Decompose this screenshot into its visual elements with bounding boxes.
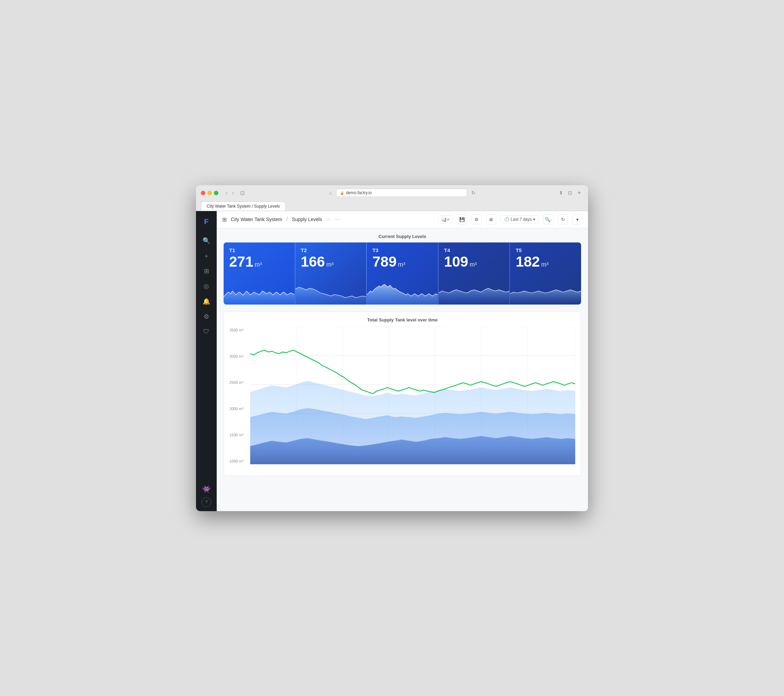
breadcrumb-separator: / [287,216,288,222]
tank-t4-label: T4 [444,247,504,253]
clock-icon: 🕐 [504,217,509,222]
sidebar-item-notifications[interactable]: 🔔 [199,295,213,308]
dashboard-icon: ⊞ [222,216,227,223]
topbar: ⊞ City Water Tank System / Supply Levels… [217,211,588,228]
supply-levels-title: Current Supply Levels [224,234,581,239]
breadcrumb-child: Supply Levels [292,217,322,222]
sidebar-item-dashboard[interactable]: ⊞ [199,264,213,278]
tank-t1-value: 271 [229,255,253,269]
chevron-down-icon: ▾ [533,217,535,222]
tank-t5-value: 182 [516,255,540,269]
breadcrumb-parent: City Water Tank System [231,217,282,222]
add-panel-button[interactable]: 📊+ [438,215,453,224]
sidebar-help[interactable]: ? [201,497,211,507]
y-label-3500: 3500 m³ [229,328,250,332]
main-content: ⊞ City Water Tank System / Supply Levels… [217,211,588,511]
back-button[interactable]: ‹ [224,189,229,196]
tank-t2-value: 166 [301,255,325,269]
sidebar-item-shield[interactable]: 🛡 [199,325,213,339]
tank-t4-chart [438,273,510,304]
view-button[interactable]: 🖥 [486,214,496,225]
tank-t3-value: 789 [372,255,397,269]
tank-t5-unit: m³ [541,261,548,268]
y-label-1000: 1000 m³ [229,459,250,463]
y-label-2000: 2000 m³ [229,406,250,411]
main-chart-title: Total Supply Tank level over time [229,317,575,322]
tank-t2-label: T2 [301,247,361,253]
url-text: demo.factry.io [346,190,372,195]
tank-card-t5[interactable]: T5 182 m³ [510,242,581,304]
more-button[interactable]: ▾ [572,214,583,225]
tank-t1-chart [224,273,295,304]
chart-svg-container [250,327,575,471]
tank-t1-unit: m³ [255,261,262,268]
time-range-label: Last 7 days [511,217,532,222]
tank-t3-label: T3 [372,247,432,253]
zoom-out-button[interactable]: 🔍- [543,214,553,225]
sidebar-toggle-button[interactable]: ⊡ [238,189,247,197]
add-panel-icon: 📊+ [441,217,450,222]
dashboard: Current Supply Levels T1 271 m³ [217,228,588,511]
close-button[interactable] [201,191,205,195]
tank-t5-label: T5 [516,247,576,253]
y-label-3000: 3000 m³ [229,354,250,358]
tank-t3-unit: m³ [398,261,405,268]
minimize-button[interactable] [208,191,212,195]
tank-t4-unit: m³ [469,261,477,268]
time-range-button[interactable]: 🕐 Last 7 days ▾ [500,215,539,224]
settings-button[interactable]: ⚙ [471,214,482,225]
chart-svg [250,327,575,471]
y-label-1500: 1500 m³ [229,433,250,437]
main-chart: Total Supply Tank level over time 3500 m… [224,311,581,476]
save-button[interactable]: 💾 [457,214,467,225]
maximize-button[interactable] [214,191,218,195]
tank-t5-chart [510,273,581,304]
tank-cards: T1 271 m³ [224,242,581,304]
active-tab[interactable]: City Water Tank System / Supply Levels [201,201,286,211]
home-button[interactable]: ⌂ [329,190,332,196]
share-button[interactable]: ⬆ [557,189,565,197]
sidebar: F 🔍 ＋ ⊞ ◎ 🔔 ⚙ 🛡 👾 ? [196,211,217,511]
tab-title: City Water Tank System / Supply Levels [207,204,280,209]
sidebar-logo[interactable]: F [202,215,211,228]
app-container: F 🔍 ＋ ⊞ ◎ 🔔 ⚙ 🛡 👾 ? ⊞ City Water Tank Sy… [196,211,588,511]
browser-window: ‹ › ⊡ ⌂ 🔒 demo.factry.io ↻ ⬆ ⊡ + City Wa… [196,185,588,511]
star-button[interactable]: ☆ [326,217,331,222]
tank-card-t3[interactable]: T3 789 m³ [367,242,438,304]
tank-t4-value: 109 [444,255,468,269]
tank-card-t2[interactable]: T2 166 m³ [295,242,367,304]
sidebar-item-settings[interactable]: ⚙ [199,310,213,324]
forward-button[interactable]: › [231,189,236,196]
refresh-button[interactable]: ↻ [558,214,568,225]
refresh-button[interactable]: ↻ [471,190,476,196]
sidebar-item-add[interactable]: ＋ [199,249,213,263]
tank-t2-chart [295,273,366,304]
traffic-lights [201,191,218,195]
sidebar-avatar[interactable]: 👾 [199,482,213,496]
lock-icon: 🔒 [340,191,344,195]
new-tab-button[interactable]: + [575,189,583,197]
tank-card-t4[interactable]: T4 109 m³ [438,242,511,304]
sidebar-item-search[interactable]: 🔍 [199,234,213,248]
tank-t3-chart [367,273,438,304]
sidebar-item-compass[interactable]: ◎ [199,280,213,293]
share-icon[interactable]: ⋯ [335,217,339,222]
tank-t2-unit: m³ [326,261,334,268]
tank-t1-label: T1 [229,247,289,253]
browser-titlebar: ‹ › ⊡ ⌂ 🔒 demo.factry.io ↻ ⬆ ⊡ + City Wa… [196,185,588,211]
address-bar[interactable]: 🔒 demo.factry.io [336,189,467,197]
screenshot-button[interactable]: ⊡ [566,189,574,197]
y-label-2500: 2500 m³ [229,380,250,385]
tank-card-t1[interactable]: T1 271 m³ [224,242,295,304]
